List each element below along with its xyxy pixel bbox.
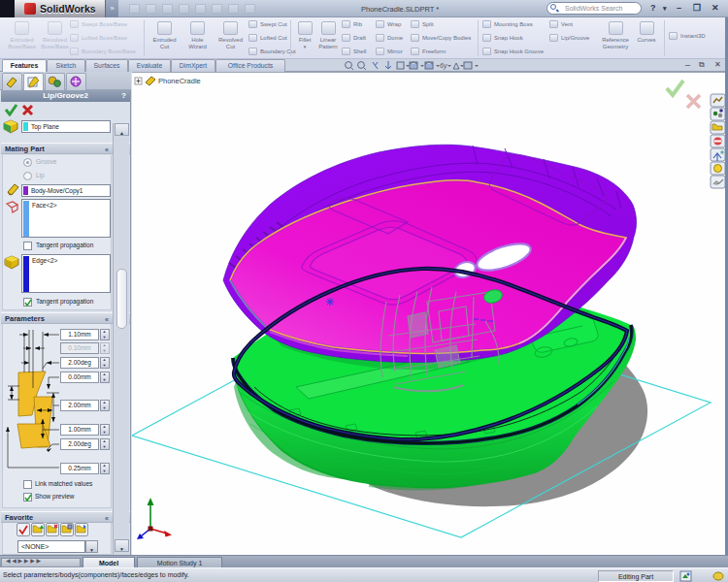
svg-text:PhoneCradle: PhoneCradle bbox=[158, 77, 201, 85]
svg-text:6y: 6y bbox=[440, 62, 447, 70]
